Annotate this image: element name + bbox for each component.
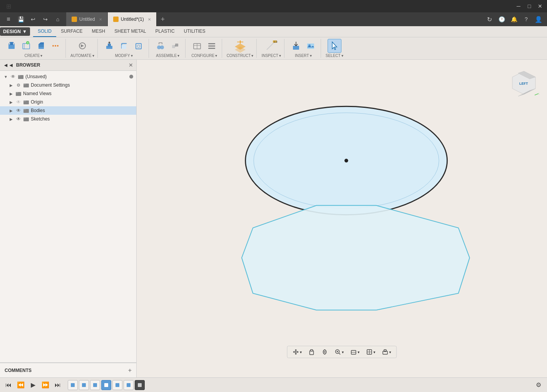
redo-button[interactable]: ↪ (40, 14, 51, 25)
save-icon[interactable]: 💾 (15, 14, 26, 25)
tab-utilities[interactable]: UTILITIES (179, 26, 210, 37)
maximize-button[interactable]: □ (525, 2, 533, 10)
vp-display-arrow[interactable]: ▾ (358, 350, 360, 354)
timeline-item-2[interactable] (79, 380, 89, 390)
sidebar-collapse-icon[interactable]: ◄◄ (3, 62, 14, 68)
timeline-item-3[interactable] (90, 380, 100, 390)
minimize-button[interactable]: ─ (515, 2, 522, 10)
sidebar-item-sketches[interactable]: ▶ 👁 Sketches (0, 115, 136, 123)
user-avatar[interactable]: 👤 (533, 14, 544, 25)
create-more-icon[interactable] (49, 39, 62, 53)
skip-back-button[interactable]: ⏮ (3, 380, 14, 390)
clock-icon[interactable]: 🕐 (496, 14, 507, 25)
sidebar-item-origin[interactable]: ▶ 👁 Origin (0, 98, 136, 106)
close-button[interactable]: ✕ (536, 2, 544, 10)
vp-move-button[interactable]: ▾ (291, 348, 304, 356)
insert-label[interactable]: INSERT ▾ (295, 54, 312, 58)
tab-untitled[interactable]: Untitled ✕ (66, 12, 108, 26)
home-button[interactable]: ⌂ (52, 14, 63, 25)
modify-shell-icon[interactable] (132, 39, 146, 53)
prev-button[interactable]: ⏪ (15, 380, 26, 390)
sketches-label: Sketches (31, 116, 133, 122)
comments-add-button[interactable]: + (128, 367, 132, 374)
next-button[interactable]: ⏩ (40, 380, 51, 390)
create-extrude-icon[interactable] (5, 39, 18, 53)
assemble-motion-icon[interactable] (168, 39, 182, 53)
origin-eye-icon[interactable]: 👁 (15, 99, 22, 105)
named-views-arrow[interactable]: ▶ (8, 91, 14, 96)
vp-pan-button[interactable] (320, 348, 330, 356)
menu-button[interactable]: ≡ (3, 14, 14, 25)
vp-move-arrow[interactable]: ▾ (300, 350, 302, 354)
construct-label[interactable]: CONSTRUCT ▾ (227, 54, 254, 58)
design-menu-button[interactable]: DESIGN ▼ (0, 27, 30, 36)
assemble-label[interactable]: ASSEMBLE ▾ (156, 54, 179, 58)
select-label[interactable]: SELECT ▾ (326, 54, 343, 58)
settings-button[interactable]: ⚙ (533, 380, 544, 390)
automate-label[interactable]: AUTOMATE ▾ (70, 54, 94, 58)
timeline-item-7[interactable] (135, 380, 145, 390)
timeline-item-1[interactable] (68, 380, 78, 390)
sidebar-item-doc-settings[interactable]: ▶ Document Settings (0, 81, 136, 89)
vp-view-button[interactable]: ▾ (380, 348, 393, 356)
create-sketch-icon[interactable]: + (19, 39, 33, 53)
view-cube[interactable]: LEFT Z (509, 67, 539, 98)
sidebar-close-icon[interactable]: ✕ (129, 62, 133, 68)
help-icon[interactable]: ? (521, 14, 532, 25)
grid-menu-icon[interactable]: ⊞ (3, 1, 14, 12)
configure-label[interactable]: CONFIGURE ▾ (191, 54, 217, 58)
inspect-label[interactable]: INSPECT ▾ (261, 54, 281, 58)
create-label[interactable]: CREATE ▾ (25, 54, 43, 58)
create-box-icon[interactable] (34, 39, 48, 53)
sidebar-item-named-views[interactable]: ▶ Named Views (0, 89, 136, 98)
modify-fillet-icon[interactable] (117, 39, 131, 53)
root-expand-arrow[interactable]: ▼ (3, 74, 8, 79)
tab-plastic[interactable]: PLASTIC (151, 26, 179, 37)
play-button[interactable]: ▶ (28, 380, 38, 390)
inspect-measure-icon[interactable]: 1.0 (264, 39, 278, 53)
modify-push-icon[interactable] (102, 39, 116, 53)
construct-plane-icon[interactable] (233, 39, 247, 53)
vp-view-arrow[interactable]: ▾ (389, 350, 391, 354)
doc-settings-arrow[interactable]: ▶ (8, 82, 14, 88)
timeline-item-5[interactable] (112, 380, 122, 390)
sync-icon[interactable]: ↻ (484, 14, 495, 25)
modify-label[interactable]: MODIFY ▾ (115, 54, 133, 58)
tab-solid[interactable]: SOLID (33, 26, 56, 37)
new-tab-button[interactable]: + (157, 12, 169, 26)
insert-import-icon[interactable] (289, 39, 303, 53)
origin-arrow[interactable]: ▶ (8, 99, 14, 105)
vp-display-button[interactable]: ▾ (348, 348, 362, 356)
vp-zoom-in-button[interactable]: ▾ (333, 348, 346, 356)
assemble-joint-icon[interactable] (154, 39, 167, 53)
canvas-area[interactable]: ▾ ▾ ▾ ▾ (137, 60, 547, 377)
configure-table-icon[interactable] (190, 39, 204, 53)
root-eye-icon[interactable]: 👁 (10, 74, 16, 80)
tab-sheet-metal[interactable]: SHEET METAL (110, 26, 151, 37)
bell-icon[interactable]: 🔔 (509, 14, 519, 25)
tab-untitled-1[interactable]: Untitled*(1) ✕ (108, 12, 157, 26)
tab-mesh[interactable]: MESH (87, 26, 110, 37)
sidebar-item-bodies[interactable]: ▶ 👁 Bodies (0, 106, 136, 115)
select-cursor-icon[interactable] (328, 39, 341, 53)
svg-rect-78 (93, 383, 97, 387)
sidebar-item-root[interactable]: ▼ 👁 (Unsaved) (0, 72, 136, 81)
sketches-eye-icon[interactable]: 👁 (15, 116, 22, 122)
vp-grid-arrow[interactable]: ▾ (373, 350, 375, 354)
sketches-arrow[interactable]: ▶ (8, 116, 14, 122)
insert-image-icon[interactable] (304, 39, 318, 53)
vp-paste-button[interactable] (306, 348, 317, 356)
configure-param-icon[interactable] (205, 39, 219, 53)
skip-fwd-button[interactable]: ⏭ (52, 380, 63, 390)
undo-button[interactable]: ↩ (28, 14, 38, 25)
bodies-arrow[interactable]: ▶ (8, 108, 14, 113)
tab-close-1[interactable]: ✕ (99, 17, 102, 22)
bodies-eye-icon[interactable]: 👁 (15, 107, 22, 114)
tab-surface[interactable]: SURFACE (56, 26, 87, 37)
vp-zoom-arrow[interactable]: ▾ (342, 350, 344, 354)
vp-grid-button[interactable]: ▾ (364, 348, 378, 356)
timeline-item-4[interactable] (101, 380, 111, 390)
timeline-item-6[interactable] (124, 380, 134, 390)
automate-icon[interactable] (75, 39, 89, 53)
tab-close-2[interactable]: ✕ (148, 17, 151, 22)
